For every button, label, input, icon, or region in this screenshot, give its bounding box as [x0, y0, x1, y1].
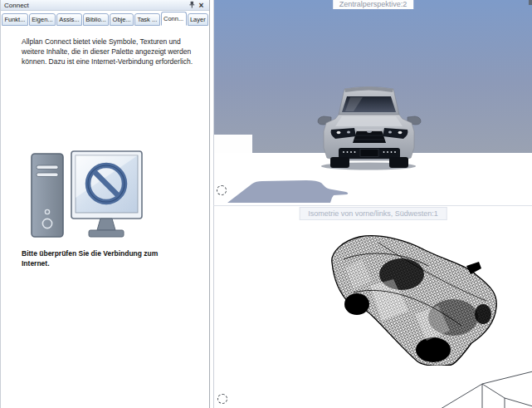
- viewport-isometric[interactable]: Isometrie von vorne/links, Südwesten:1: [213, 205, 532, 408]
- viewport-title: Isometrie von vorne/links, Südwesten:1: [299, 207, 447, 220]
- palette-title: Connect: [4, 2, 29, 9]
- window-corner-mark: [529, 0, 532, 5]
- connect-palette: Connect × Funkt... Eigen... Assis... Bib…: [0, 0, 210, 408]
- viewport-perspective[interactable]: Zentralperspektive:2: [213, 0, 532, 205]
- allplan-workspace: Connect × Funkt... Eigen... Assis... Bib…: [0, 0, 532, 408]
- pin-icon[interactable]: [188, 1, 197, 10]
- close-icon[interactable]: ×: [197, 1, 206, 10]
- wireframe-roof: [437, 365, 532, 408]
- palette-tab-strip: Funkt... Eigen... Assis... Biblio... Obj…: [1, 12, 209, 26]
- tab-connect[interactable]: Conn...: [161, 12, 187, 26]
- connect-info-text: Allplan Connect bietet viele Symbole, Te…: [22, 37, 194, 66]
- connection-warning-text: Bitte überprüfen Sie die Verbindung zum …: [22, 248, 169, 268]
- rendered-car: [317, 84, 422, 174]
- palette-titlebar: Connect ×: [1, 0, 209, 11]
- viewport-title: Zentralperspektive:2: [333, 0, 414, 9]
- car-ground-shadow: [227, 179, 349, 207]
- tab-layer[interactable]: Layer: [188, 13, 209, 26]
- navigation-sphere-icon[interactable]: [217, 394, 227, 404]
- tab-assistenten[interactable]: Assis...: [56, 13, 82, 26]
- tab-funktionen[interactable]: Funkt...: [2, 13, 28, 26]
- wireframe-car: [329, 234, 497, 369]
- tab-bibliothek[interactable]: Biblio...: [83, 13, 109, 26]
- ground-notch: [214, 135, 252, 153]
- tab-task[interactable]: Task ...: [134, 13, 160, 26]
- tab-objekte[interactable]: Obje...: [110, 13, 134, 26]
- tab-eigenschaften[interactable]: Eigen...: [29, 13, 56, 26]
- navigation-sphere-icon[interactable]: [217, 185, 227, 195]
- no-connection-icon: [22, 146, 145, 246]
